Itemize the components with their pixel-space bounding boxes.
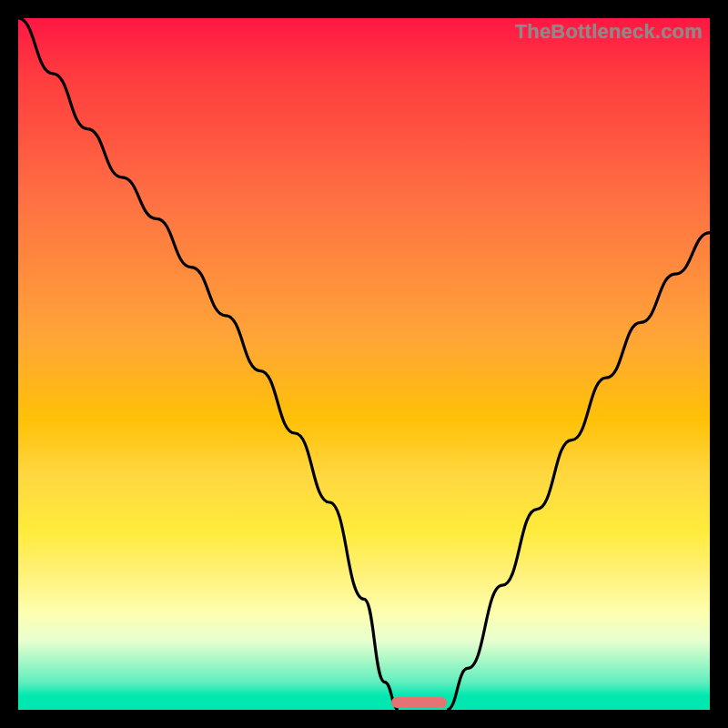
optimal-range-marker <box>391 697 447 708</box>
chart-frame: TheBottleneck.com <box>0 0 728 728</box>
left-branch-path <box>18 18 399 710</box>
plot-area: TheBottleneck.com <box>18 18 710 710</box>
curve-layer <box>18 18 710 710</box>
right-branch-path <box>447 233 710 710</box>
